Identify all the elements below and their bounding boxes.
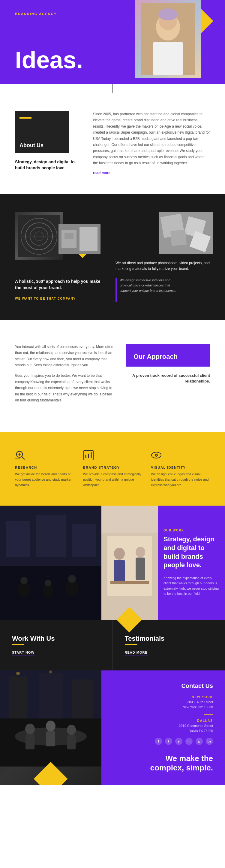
office-image (59, 224, 100, 254)
about-box-bar (20, 117, 32, 119)
svg-point-43 (68, 575, 76, 583)
svg-point-66 (16, 672, 20, 675)
service-brand-strategy: Brand Strategy We provide a compass and … (83, 450, 142, 488)
hero-section: Branding Agency Ideas. (0, 0, 225, 84)
pinterest-icon[interactable]: p (196, 738, 203, 745)
work-button[interactable]: start now (12, 651, 34, 655)
about-subtitle: Strategy, design and digital to build br… (15, 159, 81, 171)
svg-point-58 (46, 720, 56, 732)
hero-photo-placeholder (135, 0, 201, 78)
service-research: Research We get inside the heads and hea… (15, 450, 74, 488)
svg-rect-59 (46, 732, 55, 746)
approach-left: You interact with all sorts of businesse… (15, 344, 114, 408)
behance-icon[interactable]: be (206, 738, 213, 745)
bottom-two-section: Work With Us start now Testimonials read… (0, 620, 225, 671)
svg-rect-35 (6, 521, 30, 557)
contact-title: Contact Us (117, 682, 213, 689)
svg-line-22 (22, 456, 25, 459)
contact-location-dallas: Dallas 2919 Commerce StreetDallas TX 752… (117, 719, 213, 733)
purple-bar (116, 278, 117, 302)
approach-desc: A proven track record of successful clie… (126, 373, 210, 384)
contact-right: Contact Us New York 300 E 46th StreetNew… (101, 671, 225, 784)
hero-photo (135, 0, 201, 78)
dark-right-top (116, 212, 213, 254)
approach-section: You interact with all sorts of businesse… (0, 320, 225, 432)
service-brand-desc: We provide a compass and strategically p… (83, 472, 142, 488)
contact-section: Contact Us New York 300 E 46th StreetNew… (0, 671, 225, 784)
approach-para-2: Gets you. Inspires you to do better. We … (15, 373, 114, 403)
work-title: Work With Us (12, 635, 100, 643)
work-section: Work With Us start now (0, 620, 113, 671)
approach-right: Our Approach A proven track record of su… (126, 344, 210, 408)
dark-img-container (15, 212, 100, 272)
svg-point-39 (21, 577, 28, 584)
twitter-icon[interactable]: t (165, 738, 172, 745)
service-research-title: Research (15, 466, 74, 469)
approach-para-1: You interact with all sorts of businesse… (15, 344, 114, 368)
spiral-image (15, 212, 63, 260)
svg-rect-64 (39, 674, 63, 718)
dark-left-text: A holistic, 360° approach to help you ma… (15, 278, 100, 291)
instagram-icon[interactable]: in (185, 738, 193, 745)
svg-rect-57 (26, 734, 34, 749)
portfolio-left (0, 506, 101, 620)
svg-rect-15 (64, 233, 73, 239)
svg-point-38 (18, 582, 30, 597)
contact-divider (204, 714, 213, 715)
test-bar (125, 644, 137, 645)
portfolio-label: Our Work (163, 529, 219, 532)
svg-point-41 (45, 580, 51, 586)
dark-right-text: We art direct and produce photoshoots, v… (116, 260, 213, 272)
dark-italic-text: We design immersive interiors and physic… (120, 278, 180, 293)
youtube-icon[interactable]: y (175, 738, 183, 745)
portfolio-middle (101, 506, 158, 620)
testimonials-button[interactable]: read more (125, 651, 148, 655)
service-brand-title: Brand Strategy (83, 466, 142, 469)
svg-rect-65 (72, 679, 93, 718)
dallas-address: 2919 Commerce StreetDallas TX 75226 (117, 723, 213, 733)
portfolio-title: Strategy, design and digital to build br… (163, 535, 219, 569)
hero-title: Ideas. (15, 48, 83, 72)
svg-rect-37 (72, 524, 96, 557)
about-right: Since 2005, has partnered with hot start… (93, 111, 210, 176)
research-icon (15, 450, 74, 463)
svg-point-40 (42, 585, 54, 598)
social-icons: f t y in p be (117, 738, 213, 745)
svg-point-4 (158, 8, 178, 21)
dark-grid: A holistic, 360° approach to help you ma… (0, 212, 225, 302)
facebook-icon[interactable]: f (155, 738, 162, 745)
service-research-desc: We get inside the heads and hearts of yo… (15, 472, 74, 488)
dark-section: A holistic, 360° approach to help you ma… (0, 194, 225, 320)
hero-bottom-divider (112, 84, 113, 93)
svg-rect-25 (15, 458, 21, 459)
svg-point-32 (156, 455, 157, 456)
service-visual-title: Visual Identity (151, 466, 210, 469)
svg-rect-52 (101, 506, 158, 533)
about-text: Since 2005, has partnered with hot start… (93, 111, 210, 166)
contact-tagline: We make thecomplex, simple. (117, 754, 213, 773)
dark-col-left: A holistic, 360° approach to help you ma… (0, 212, 112, 302)
svg-rect-14 (79, 227, 97, 251)
testimonials-title: Testimonials (125, 635, 213, 643)
approach-box: Our Approach (126, 344, 210, 367)
ny-label: New York (117, 695, 213, 699)
portfolio-main-image (0, 506, 101, 620)
svg-point-60 (67, 725, 76, 735)
portfolio-middle-image (101, 506, 158, 620)
hero-label: Branding Agency (15, 12, 57, 16)
work-bar (12, 644, 24, 645)
svg-rect-61 (67, 735, 75, 749)
services-section: Research We get inside the heads and hea… (0, 432, 225, 506)
portfolio-right: Our Work Strategy, design and digital to… (158, 506, 225, 620)
dark-label: WE WANT TO BE THAT COMPANY (15, 297, 75, 300)
svg-point-56 (25, 723, 35, 734)
contact-location-ny: New York 300 E 46th StreetNew York, NY 1… (117, 695, 213, 710)
contact-left (0, 671, 101, 784)
svg-point-47 (114, 548, 125, 560)
about-left: About Us Strategy, design and digital to… (15, 111, 81, 176)
svg-point-67 (49, 671, 52, 674)
service-visual-desc: We design iconic logos and visual identi… (151, 472, 210, 488)
about-section: About Us Strategy, design and digital to… (0, 93, 225, 194)
svg-rect-19 (170, 229, 187, 246)
read-more-link[interactable]: read more (93, 171, 110, 176)
